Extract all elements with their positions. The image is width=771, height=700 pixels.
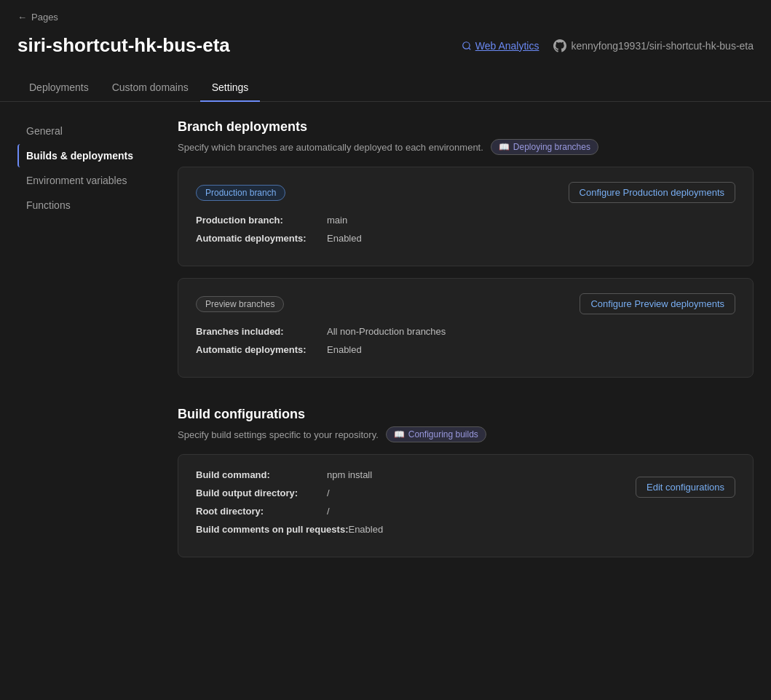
book-icon: 📖 — [499, 142, 510, 152]
svg-point-0 — [463, 41, 470, 48]
preview-branch-card: Preview branches Configure Preview deplo… — [178, 278, 754, 378]
configure-production-button[interactable]: Configure Production deployments — [569, 182, 735, 203]
tab-custom-domains[interactable]: Custom domains — [100, 74, 200, 102]
build-comments-field: Build comments on pull requests: Enabled — [196, 524, 636, 535]
build-command-value: npm install — [327, 469, 372, 480]
sidebar: General Builds & deployments Environment… — [17, 119, 178, 586]
build-output-dir-field: Build output directory: / — [196, 488, 636, 498]
build-configurations-section: Build configurations Specify build setti… — [178, 407, 754, 557]
svg-line-1 — [468, 47, 470, 49]
preview-auto-deploy-value: Enabled — [327, 344, 362, 355]
production-card-header: Production branch Configure Production d… — [196, 182, 735, 203]
production-branch-field: Production branch: main — [196, 215, 735, 226]
build-config-fields: Build command: npm install Build output … — [196, 469, 636, 542]
preview-branches-included-field: Branches included: All non-Production br… — [196, 326, 735, 337]
configure-preview-button[interactable]: Configure Preview deployments — [580, 293, 735, 314]
production-auto-deploy-value: Enabled — [327, 233, 362, 244]
sidebar-item-general[interactable]: General — [17, 119, 160, 143]
build-command-label: Build command: — [196, 469, 327, 480]
project-title: siri-shortcut-hk-bus-eta — [17, 34, 230, 57]
search-icon — [462, 41, 472, 51]
edit-configurations-button[interactable]: Edit configurations — [636, 477, 735, 498]
production-branch-badge: Production branch — [196, 185, 285, 201]
production-auto-deploy-field: Automatic deployments: Enabled — [196, 233, 735, 244]
arrow-left-icon: ← — [17, 12, 27, 23]
build-command-field: Build command: npm install — [196, 469, 636, 480]
branch-deployments-description-text: Specify which branches are automatically… — [178, 142, 483, 153]
build-config-card: Build command: npm install Build output … — [178, 454, 754, 557]
main-content: Branch deployments Specify which branche… — [178, 119, 754, 586]
build-comments-label: Build comments on pull requests: — [196, 524, 348, 535]
web-analytics-label: Web Analytics — [475, 40, 539, 52]
deploying-branches-label: Deploying branches — [513, 142, 590, 152]
nav-tabs: Deployments Custom domains Settings — [0, 74, 771, 102]
production-auto-deploy-label: Automatic deployments: — [196, 233, 327, 244]
preview-branches-included-label: Branches included: — [196, 326, 327, 337]
root-directory-field: Root directory: / — [196, 506, 636, 517]
configuring-builds-label: Configuring builds — [408, 429, 478, 440]
tab-settings[interactable]: Settings — [200, 74, 261, 102]
production-branch-card: Production branch Configure Production d… — [178, 167, 754, 266]
header-actions: Web Analytics kennyfong19931/siri-shortc… — [462, 39, 754, 52]
back-link-label: Pages — [31, 12, 58, 23]
configuring-builds-badge[interactable]: 📖 Configuring builds — [386, 426, 486, 442]
branch-deployments-title: Branch deployments — [178, 119, 754, 135]
preview-branches-included-value: All non-Production branches — [327, 326, 446, 337]
github-repo-text: kennyfong19931/siri-shortcut-hk-bus-eta — [571, 40, 754, 52]
sidebar-item-environment-variables[interactable]: Environment variables — [17, 169, 160, 192]
preview-branches-badge: Preview branches — [196, 296, 284, 312]
github-repo-link[interactable]: kennyfong19931/siri-shortcut-hk-bus-eta — [553, 39, 754, 52]
root-directory-label: Root directory: — [196, 506, 327, 517]
github-icon — [553, 39, 566, 52]
deploying-branches-badge[interactable]: 📖 Deploying branches — [491, 139, 598, 155]
preview-card-header: Preview branches Configure Preview deplo… — [196, 293, 735, 314]
sidebar-item-functions[interactable]: Functions — [17, 194, 160, 217]
root-directory-value: / — [327, 506, 330, 517]
build-output-dir-label: Build output directory: — [196, 488, 327, 498]
back-link[interactable]: ← Pages — [17, 12, 58, 23]
build-output-dir-value: / — [327, 488, 330, 498]
production-branch-label: Production branch: — [196, 215, 327, 226]
web-analytics-link[interactable]: Web Analytics — [462, 40, 539, 52]
branch-deployments-desc: Specify which branches are automatically… — [178, 139, 754, 155]
build-configurations-description-text: Specify build settings specific to your … — [178, 429, 379, 440]
preview-auto-deploy-label: Automatic deployments: — [196, 344, 327, 355]
branch-deployments-section: Branch deployments Specify which branche… — [178, 119, 754, 378]
build-configurations-title: Build configurations — [178, 407, 754, 422]
build-comments-value: Enabled — [348, 524, 383, 535]
book-icon-2: 📖 — [394, 429, 405, 440]
sidebar-item-builds-deployments[interactable]: Builds & deployments — [17, 144, 160, 167]
build-configurations-desc: Specify build settings specific to your … — [178, 426, 754, 442]
preview-auto-deploy-field: Automatic deployments: Enabled — [196, 344, 735, 355]
production-branch-value: main — [327, 215, 347, 226]
tab-deployments[interactable]: Deployments — [17, 74, 100, 102]
